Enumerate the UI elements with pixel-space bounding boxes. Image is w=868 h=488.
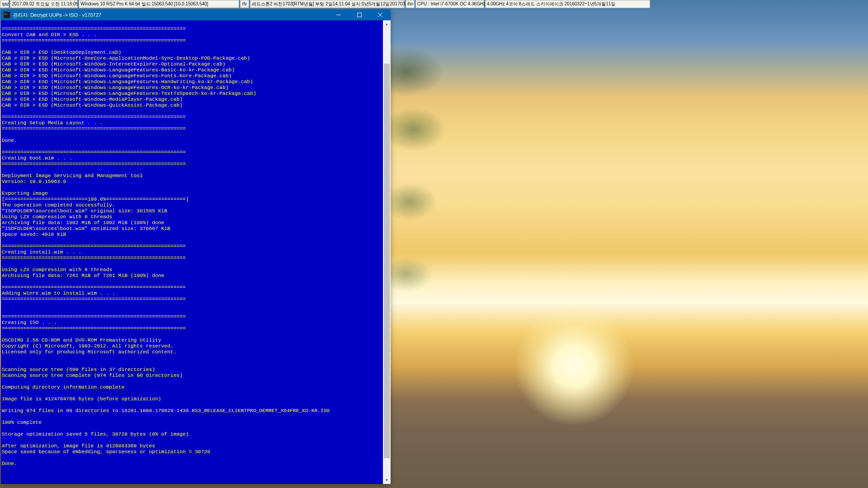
titlebar[interactable]: 관리자: Decrypt UUPs -> ISO - v170727 [1, 9, 391, 20]
cmd-icon [4, 12, 10, 18]
info-os-build: Windows 10 RS2 Pro K 64 bit 빌드:15063.540… [79, 0, 239, 8]
wallpaper-palm [384, 43, 457, 332]
scroll-track[interactable] [383, 28, 391, 476]
window-title: 관리자: Decrypt UUPs -> ISO - v170727 [13, 12, 328, 19]
svg-rect-1 [358, 13, 362, 17]
info-redstone: 레드스톤2 버전1703[RTM년월] 부팅:2일14:11:04 설치:0년5… [250, 0, 405, 8]
scroll-up-arrow[interactable]: ▲ [383, 20, 391, 28]
minimize-button[interactable] [328, 9, 349, 20]
info-label-1: qaz [0, 0, 9, 8]
console-output: ========================================… [1, 20, 383, 484]
desktop-info-bar: qaz 2017.09.02 토요일 오전 11:18:05 Windows 1… [0, 0, 868, 8]
scroll-down-arrow[interactable]: ▼ [383, 476, 391, 484]
info-cpu: CPU : Intel i7-6700K OC 4.36GHz [415, 0, 484, 8]
info-datetime: 2017.09.02 토요일 오전 11:18:05 [10, 0, 78, 8]
info-cpu-detail: 4.00GHz 4코어 8스레드 스카이레이크 20160322~1년5개월11… [485, 0, 650, 8]
info-label-3: ihn [406, 0, 415, 8]
vertical-scrollbar[interactable]: ▲ ▼ [383, 20, 391, 484]
wallpaper-sun [515, 307, 633, 425]
maximize-button[interactable] [349, 9, 370, 20]
cmd-window: 관리자: Decrypt UUPs -> ISO - v170727 =====… [1, 9, 391, 484]
close-button[interactable] [370, 9, 391, 20]
scroll-thumb[interactable] [384, 64, 390, 458]
info-label-2: rfv [240, 0, 249, 8]
